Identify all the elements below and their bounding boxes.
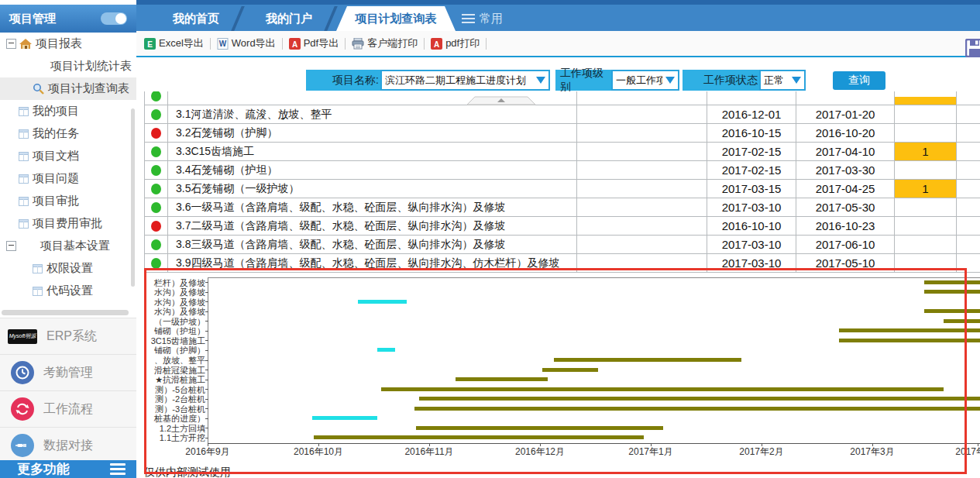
- project-name-dropdown[interactable]: 滨江环路二期工程施工进度计划: [380, 70, 550, 91]
- expand-icon[interactable]: [6, 39, 16, 49]
- module-1[interactable]: 考勤管理: [0, 354, 136, 390]
- table-row[interactable]: 3.7二级马道（含路肩墙、级配、水稳、砼面层、纵向排水沟）及修坡2016-10-…: [144, 217, 980, 236]
- gantt-bar: [381, 387, 944, 391]
- blank-cell: [577, 161, 707, 179]
- status-cell: [144, 143, 168, 160]
- sidebar-item-2[interactable]: 项目计划查询表: [0, 77, 136, 100]
- status-dot-green: [151, 239, 161, 250]
- gantt-row-label: 1.1土方开挖: [143, 432, 205, 444]
- gantt-axis-tick: [205, 292, 208, 293]
- tab-0[interactable]: 我的首页: [152, 6, 240, 31]
- toolbar-button-label: Word导出: [232, 36, 276, 50]
- save-icon[interactable]: [965, 39, 980, 60]
- task-name-cell: 3.5石笼铺砌（一级护坡）: [168, 180, 577, 198]
- chevron-down-icon: [792, 77, 801, 84]
- item-status-dropdown[interactable]: 正常: [759, 70, 806, 91]
- toolbar-button-2[interactable]: APdf导出: [289, 36, 339, 50]
- svg-text:E: E: [147, 40, 153, 48]
- sidebar-item-11[interactable]: 代码设置: [0, 280, 136, 302]
- sidebar-item-5[interactable]: 项目文档: [0, 145, 136, 167]
- status-cell: [144, 254, 168, 272]
- grid-icon: [19, 219, 29, 229]
- gantt-bar: [944, 319, 980, 323]
- search-button[interactable]: 查询: [833, 71, 885, 90]
- status-dot-green: [151, 184, 161, 194]
- sidebar-item-3[interactable]: 我的项目: [0, 100, 136, 122]
- sidebar-vscrollbar[interactable]: [131, 108, 135, 287]
- gantt-bar: [377, 348, 395, 352]
- gantt-axis-tick: [762, 443, 762, 446]
- item-level-dropdown[interactable]: 一般工作项: [611, 70, 679, 91]
- sidebar-item-label: 项目问题: [33, 171, 79, 186]
- sidebar-item-1[interactable]: 项目计划统计表: [0, 55, 136, 77]
- table-row[interactable]: 3.1河道清淤、疏浚、放坡、整平2016-12-012017-01-20: [144, 105, 980, 124]
- status-dot-green: [151, 202, 161, 213]
- toolbar-button-label: Excel导出: [159, 36, 204, 50]
- toolbar-button-label: pdf打印: [445, 36, 480, 50]
- table-row[interactable]: 3.8三级马道（含路肩墙、级配、水稳、砼面层、纵向排水沟）及修坡2017-03-…: [144, 236, 980, 254]
- sidebar-header: 项目管理: [0, 5, 136, 33]
- blank-cell: [577, 180, 707, 198]
- tab-1[interactable]: 我的门户: [245, 6, 333, 31]
- end-date-cell: 2016-10-20: [796, 124, 895, 142]
- gantt-month-label: 2017年3月: [850, 445, 894, 459]
- app-window: 项目管理 项目报表项目计划统计表项目计划查询表我的项目我的任务项目文档项目问题项…: [0, 0, 980, 478]
- scroll-up-button[interactable]: [467, 96, 535, 105]
- task-name-cell: 3.8三级马道（含路肩墙、级配、水稳、砼面层、纵向排水沟）及修坡: [168, 236, 577, 253]
- chevron-down-icon: [536, 77, 545, 84]
- task-name-cell: 3.6一级马道（含路肩墙、级配、水稳、砼面层、纵向排水沟）及修坡: [168, 198, 577, 216]
- table-row[interactable]: 3.4石笼铺砌（护坦）2017-02-152017-03-30: [144, 161, 980, 180]
- sidebar-item-0[interactable]: 项目报表: [0, 33, 136, 55]
- workflow-icon: [11, 397, 34, 421]
- table-row[interactable]: [144, 91, 980, 105]
- module-2[interactable]: 工作流程: [0, 390, 136, 427]
- tab-3[interactable]: 常用: [462, 6, 503, 31]
- tab-2[interactable]: 项目计划查询表: [336, 6, 456, 31]
- gantt-axis-tick: [205, 340, 208, 341]
- sidebar-item-9[interactable]: 项目基本设置: [0, 235, 136, 257]
- table-row[interactable]: 3.5石笼铺砌（一级护坡）2017-03-152017-04-251: [144, 180, 980, 198]
- gantt-axis-tick: [429, 443, 430, 446]
- status-dot-red: [151, 221, 161, 232]
- toolbar-separator: [345, 38, 346, 50]
- table-row[interactable]: 3.2石笼铺砌（护脚）2016-10-152016-10-20: [144, 124, 980, 143]
- blank-cell: [577, 217, 707, 235]
- tail-cell: [957, 236, 979, 253]
- end-date-cell: 2017-04-10: [796, 143, 895, 160]
- grid-icon: [19, 152, 29, 161]
- toolbar-button-0[interactable]: EExcel导出: [144, 36, 204, 50]
- table-row[interactable]: 3.3C15齿墙施工2017-02-152017-04-101: [144, 143, 980, 161]
- qty-cell: [895, 217, 957, 235]
- expand-icon[interactable]: [6, 241, 16, 251]
- sidebar-item-label: 我的项目: [33, 104, 79, 119]
- gantt-axis-tick: [205, 321, 208, 322]
- module-0[interactable]: Mysoft明源ERP系统: [0, 318, 136, 354]
- end-date-cell: [796, 91, 895, 105]
- more-functions-button[interactable]: 更多功能: [0, 460, 136, 478]
- status-cell: [144, 198, 168, 216]
- blank-cell: [577, 105, 707, 123]
- tail-cell: [957, 198, 979, 216]
- end-date-cell: 2017-05-30: [796, 198, 895, 216]
- sidebar-item-6[interactable]: 项目问题: [0, 167, 136, 190]
- toolbar-button-4[interactable]: Apdf打印: [431, 36, 480, 50]
- sidebar-item-10[interactable]: 权限设置: [0, 257, 136, 280]
- sidebar-item-8[interactable]: 项目费用审批: [0, 212, 136, 235]
- status-cell: [144, 161, 168, 179]
- toolbar-separator: [424, 38, 425, 50]
- task-name-cell: 3.2石笼铺砌（护脚）: [168, 124, 577, 142]
- table-row[interactable]: 3.6一级马道（含路肩墙、级配、水稳、砼面层、纵向排水沟）及修坡2017-03-…: [144, 198, 980, 217]
- gantt-month-label: 2017年4月: [955, 445, 980, 459]
- sidebar-toggle[interactable]: [101, 12, 127, 25]
- sidebar-hscrollbar[interactable]: [2, 310, 129, 315]
- module-3[interactable]: 数据对接: [0, 427, 136, 463]
- toolbar-button-1[interactable]: WWord导出: [217, 36, 276, 50]
- sidebar-item-7[interactable]: 项目审批: [0, 190, 136, 212]
- sidebar-item-4[interactable]: 我的任务: [0, 122, 136, 145]
- tab-label: 常用: [480, 12, 503, 26]
- gantt-axis-tick: [205, 282, 208, 283]
- table-row[interactable]: 3.9四级马道（含路肩墙、级配、水稳、砼面层、纵向排水沟、仿木栏杆）及修坡201…: [144, 254, 980, 273]
- tab-label: 我的首页: [173, 12, 219, 26]
- footnote: 仅供内部测试使用: [144, 466, 231, 478]
- toolbar-button-3[interactable]: 客户端打印: [352, 36, 418, 50]
